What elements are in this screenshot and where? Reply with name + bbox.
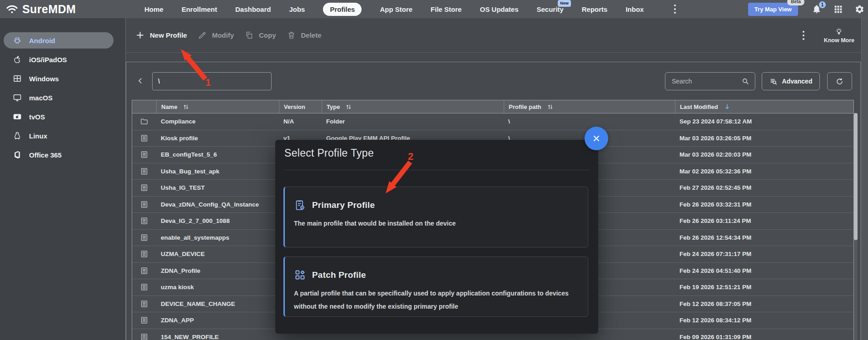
scrollbar-thumb[interactable] [854,113,858,240]
column-label: Name [161,103,177,110]
back-chevron-button[interactable] [136,77,144,85]
nav-item-label: Jobs [289,5,305,13]
profile-document-icon [140,200,149,209]
folder-path-input[interactable]: \ [152,72,272,90]
cell-name: Usha_IG_TEST [156,184,279,191]
sidebar-item-ios-ipados[interactable]: iOS/iPadOS [4,51,114,68]
advanced-search-button[interactable]: Advanced [762,72,820,90]
cell-modified: Feb 09 2026 01:31:09 PM [675,334,853,340]
column-header-icon[interactable] [132,100,156,113]
profile-document-icon [140,134,149,143]
column-header-type[interactable]: Type [322,100,504,113]
nav-item-profiles[interactable]: Profiles [323,3,362,16]
sidebar-item-android[interactable]: Android [4,32,114,49]
row-type-cell [132,300,156,308]
copy-button[interactable]: Copy [245,31,276,39]
sidebar-item-macos[interactable]: macOS [4,89,114,106]
profile-document-icon [140,183,149,192]
notification-count-badge: 1 [819,1,826,8]
nav-item-security[interactable]: SecurityNew [537,5,564,13]
option-head: Patch Profile [285,257,588,281]
nav-item-home[interactable]: Home [144,5,164,13]
table-row[interactable]: ComplianceN/AFolder\Sep 23 2024 07:58:12… [132,113,853,130]
cell-name: ZDNA_Profile [156,267,279,274]
toolbar-button-label: Delete [301,31,322,39]
cell-modified: Feb 26 2026 03:11:24 PM [675,217,853,224]
cell-modified: Feb 26 2026 12:54:34 PM [675,234,853,241]
pencil-icon [198,31,207,39]
profile-type-option-primary-profile[interactable]: Primary ProfileThe main profile that wou… [283,187,588,247]
notifications-button[interactable]: 1 [812,4,822,14]
dialog-close-button[interactable] [585,127,608,150]
column-header-last-modified[interactable]: Last Modified [675,100,853,113]
nav-item-dashboard[interactable]: Dashboard [235,5,271,13]
column-label: Type [327,103,340,110]
toolbar-buttons: New ProfileModifyCopyDelete [126,31,322,39]
row-type-cell [132,266,156,275]
profile-document-icon [140,333,149,340]
sort-arrows-icon [547,103,554,110]
cell-modified: Mar 02 2026 05:32:36 PM [675,168,853,175]
advanced-filter-icon [769,77,778,86]
close-icon [591,133,601,143]
profile-type-option-patch-profile[interactable]: Patch ProfileA partial profile that can … [283,256,588,317]
cell-name: UZMA_DEVICE [156,251,279,257]
table-scrollbar[interactable] [854,113,858,340]
suremdm-logo-icon [6,3,18,15]
toolbar-overflow-menu-icon[interactable] [800,30,807,41]
nav-item-app-store[interactable]: App Store [380,5,412,13]
office-icon [13,150,22,159]
nav-item-reports[interactable]: Reports [582,5,608,13]
profile-document-icon [140,283,149,291]
row-type-cell [132,117,156,126]
page-scroll-gutter [861,18,868,340]
apps-grid-icon[interactable] [833,5,843,14]
dialog-title: Select Profile Type [284,147,374,159]
row-type-cell [132,316,156,325]
cell-modified: Feb 19 2026 12:51:21 PM [675,284,853,291]
option-title: Patch Profile [312,270,366,280]
nav-item-inbox[interactable]: Inbox [625,5,644,13]
cell-name: enable_all_systemapps [156,234,279,241]
refresh-button[interactable] [827,72,852,90]
nav-item-file-store[interactable]: File Store [431,5,461,13]
toolbar-button-label: Copy [259,31,276,39]
try-map-view-button[interactable]: Try Map View Beta [748,3,798,16]
search-input[interactable] [671,77,741,85]
nav-overflow-menu-icon[interactable] [672,4,678,15]
column-header-name[interactable]: Name [156,100,279,113]
nav-item-label: Home [144,5,164,13]
main-nav: HomeEnrollmentDashboardJobsProfilesApp S… [144,0,644,18]
nav-item-jobs[interactable]: Jobs [289,5,305,13]
search-box[interactable] [665,72,755,90]
cell-name: EB_configTest_5_6 [156,151,279,158]
delete-button[interactable]: Delete [287,31,322,39]
sidebar-item-tvos[interactable]: tvOS [4,108,114,125]
nav-item-enrollment[interactable]: Enrollment [182,5,217,13]
sidebar-item-label: iOS/iPadOS [29,56,67,64]
sidebar-item-linux[interactable]: Linux [4,128,114,144]
sort-descending-icon [724,103,731,110]
cell-name: ZDNA_APP [156,317,279,324]
new-profile-button[interactable]: New Profile [136,31,187,39]
settings-gear-icon[interactable] [855,5,864,14]
new-badge: New [558,0,571,7]
column-header-profile-path[interactable]: Profile path [504,100,675,113]
sidebar-item-windows[interactable]: Windows [4,70,114,87]
nav-item-os-updates[interactable]: OS Updates [480,5,518,13]
brand: SureMDM [6,0,76,18]
modify-button[interactable]: Modify [198,31,234,39]
folder-icon [140,117,149,126]
cell-name: uzma kiosk [156,284,279,291]
cell-name: 154_NEW_PROFILE [156,334,279,340]
profile-document-icon [140,233,149,242]
toolbar-button-label: New Profile [150,31,187,39]
option-description: The main profile that would be installed… [294,217,579,230]
folder-path-value: \ [158,78,160,85]
sidebar-item-office-365[interactable]: Office 365 [4,147,114,163]
nav-right: Try Map View Beta 1 [672,0,864,18]
cell-modified: Feb 12 2026 08:34:12 PM [675,317,853,324]
know-more-button[interactable]: Know More [824,27,854,44]
column-header-version[interactable]: Version [279,100,322,113]
sort-arrows-icon [345,103,352,110]
